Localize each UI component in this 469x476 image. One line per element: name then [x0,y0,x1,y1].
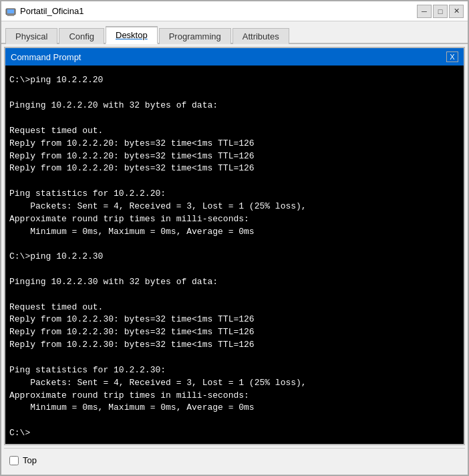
main-content: Command Prompt X Request timed out. Requ… [4,47,465,445]
cmd-title-text: Command Prompt [11,52,81,62]
top-checkbox-label[interactable]: Top [9,455,37,465]
title-bar: Portatil_Oficina1 ─ □ ✕ [1,1,468,21]
tabs-bar: Physical Config Desktop Programming Attr… [1,21,468,44]
tab-programming[interactable]: Programming [159,28,231,44]
window-title: Portatil_Oficina1 [20,6,417,16]
main-window: Portatil_Oficina1 ─ □ ✕ Physical Config … [0,0,469,476]
minimize-button[interactable]: ─ [417,5,432,18]
svg-rect-3 [7,15,14,16]
cmd-close-button[interactable]: X [446,51,458,62]
cmd-title-bar: Command Prompt X [5,48,464,66]
bottom-bar: Top [4,448,465,472]
window-controls: ─ □ ✕ [417,5,464,18]
tab-physical[interactable]: Physical [5,28,57,44]
window-icon [5,6,16,17]
tab-desktop[interactable]: Desktop [106,26,158,44]
close-button[interactable]: ✕ [449,5,464,18]
top-checkbox-text: Top [23,455,37,465]
tab-config[interactable]: Config [59,28,104,44]
maximize-button[interactable]: □ [433,5,448,18]
cmd-body-wrapper: Request timed out. Request timed out. Re… [5,66,464,444]
terminal-output[interactable]: Request timed out. Request timed out. Re… [5,66,464,444]
top-checkbox-input[interactable] [9,456,19,465]
svg-rect-1 [7,9,14,13]
tab-attributes[interactable]: Attributes [232,28,289,44]
